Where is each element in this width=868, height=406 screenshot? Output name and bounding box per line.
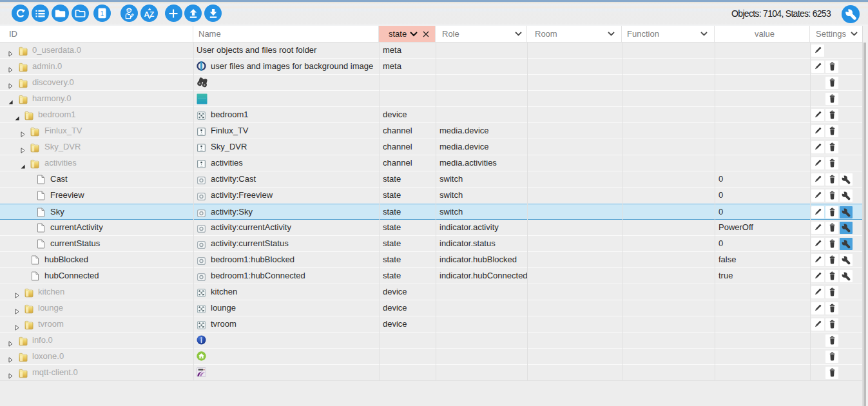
svg-text:Z: Z (149, 10, 154, 17)
svg-text:A: A (144, 10, 149, 17)
svg-text:1: 1 (100, 10, 104, 17)
